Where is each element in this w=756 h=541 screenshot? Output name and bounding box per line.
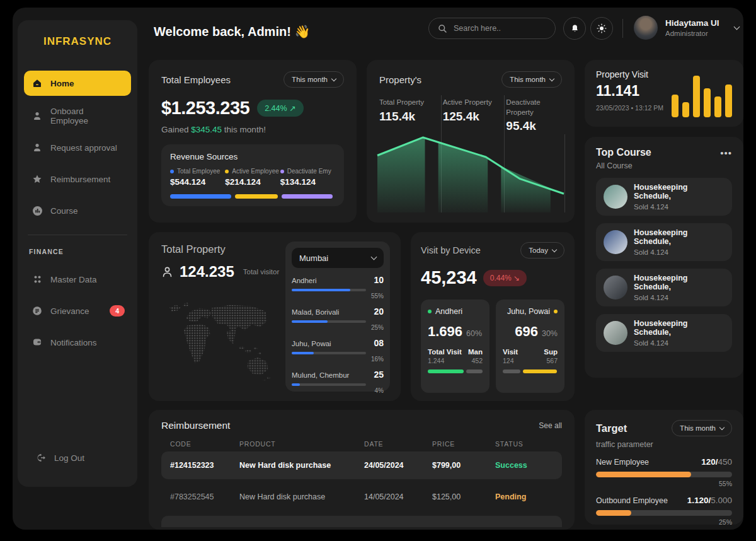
visit-total-value: 45,234 (421, 267, 477, 288)
device-stat-card: Andheri 1.69660% Total VisitMan 1.244452 (421, 300, 490, 393)
target-row: Outbound Employee 1.120/5.000 25% (596, 496, 732, 526)
search-icon (438, 24, 447, 33)
chevron-down-icon (552, 247, 557, 252)
sidebar-item-grievance[interactable]: Grievance 4 (24, 297, 131, 325)
card-title: Visit by Device (421, 245, 481, 255)
header-divider (622, 19, 623, 38)
location-bar (292, 320, 366, 323)
mini-bar (725, 84, 732, 117)
period-dropdown[interactable]: This month (501, 71, 562, 88)
notification-bell-button[interactable] (563, 17, 586, 40)
sidebar-item-logout[interactable]: Log Out (28, 444, 144, 472)
table-row[interactable]: #124152323 New Hard disk purchase 24/05/… (161, 451, 562, 479)
property-visit-card: Property Visit 11.141 23/05/2023 • 13:12… (585, 60, 743, 127)
chart-circle-icon (32, 205, 43, 216)
mini-bar (682, 102, 689, 117)
period-dropdown[interactable]: Today (520, 242, 564, 259)
locations-panel: Mumbai Andheri10 55% Malad, Borivali20 2… (285, 241, 390, 392)
logout-icon (35, 452, 47, 463)
card-title: Total Employees (161, 74, 231, 85)
property-stat: Total Property 115.4k (379, 98, 435, 133)
sidebar-item-label: Request approval (50, 143, 117, 153)
sidebar-item-label: Reimbursement (50, 175, 110, 184)
more-menu-icon[interactable]: ••• (720, 148, 732, 158)
list-item[interactable]: Housekeeping Schedule,Sold 4.124 (596, 269, 732, 306)
list-item[interactable]: Housekeeping Schedule,Sold 4.124 (596, 314, 732, 352)
course-avatar (604, 230, 627, 254)
sidebar-item-course[interactable]: Course (24, 197, 131, 224)
mini-bar (672, 95, 679, 117)
mini-bar (704, 88, 711, 117)
card-title: Reimbursement (161, 420, 230, 431)
progress-bar (596, 472, 732, 477)
sidebar-item-onboard-employee[interactable]: Onboard Employee (24, 102, 131, 130)
location-row: Mulund, Chembur25 4% (292, 369, 384, 394)
grid-dots-icon (32, 274, 43, 285)
card-title: Target (596, 422, 627, 434)
sidebar-item-request-approval[interactable]: Request approval (24, 134, 131, 161)
person-icon (32, 110, 43, 122)
user-avatar[interactable] (634, 16, 658, 40)
propertys-card: Property's This month Total Property 115… (367, 60, 575, 223)
search-bar[interactable] (428, 18, 556, 39)
location-row: Malad, Borivali20 25% (292, 306, 384, 331)
sidebar-item-label: Master Data (50, 275, 97, 284)
device-stat-card: Juhu, Powai 69630% VisitSup 124567 (496, 300, 564, 393)
mini-bar (693, 76, 700, 117)
card-title: Property's (379, 74, 421, 85)
legend-dot (280, 170, 284, 173)
revenue-source-item: Total Employee $544.124 (170, 168, 225, 187)
user-menu-chevron-icon[interactable] (734, 24, 740, 30)
mini-bar (714, 96, 721, 117)
location-bar (292, 289, 366, 291)
world-map (159, 293, 273, 388)
search-input[interactable] (452, 23, 537, 33)
top-course-list: Housekeeping Schedule,Sold 4.124 Houseke… (596, 178, 732, 352)
location-bar (292, 383, 366, 386)
list-item[interactable]: Housekeeping Schedule,Sold 4.124 (596, 223, 732, 261)
sidebar-item-label: Onboard Employee (50, 107, 123, 125)
sidebar-item-label: Grievance (50, 306, 89, 316)
total-visitor-value: 124.235 (180, 263, 234, 281)
revenue-source-item: Deactivate Emy $134.124 (280, 168, 335, 187)
device-bar (503, 369, 558, 373)
visit-by-device-card: Visit by Device Today 45,234 0.44% ↘ And… (411, 232, 575, 401)
revenue-bar-segment (235, 194, 278, 199)
card-subtitle: traffic parameter (596, 440, 732, 449)
app-logo: INFRASYNC (24, 35, 131, 48)
user-name: Hidaytama UI (665, 18, 719, 28)
sidebar-item-label: Notifications (50, 338, 97, 347)
sidebar-item-notifications[interactable]: Notifications (24, 329, 131, 356)
sidebar-item-label: Home (50, 79, 74, 88)
document-icon (32, 305, 43, 317)
location-bar (292, 352, 366, 354)
city-dropdown[interactable]: Mumbai (292, 248, 384, 268)
sidebar-item-label: Log Out (54, 453, 84, 463)
change-badge-up: 2.44% ↗ (257, 100, 303, 117)
chevron-down-icon (331, 76, 336, 81)
sun-icon (597, 23, 607, 33)
list-item[interactable]: Housekeeping Schedule,Sold 4.124 (596, 178, 732, 216)
see-all-link[interactable]: See all (539, 421, 562, 430)
revenue-sources-title: Revenue Sources (170, 152, 335, 161)
total-employees-amount: $1.253.235 (161, 98, 249, 119)
sidebar-item-master-data[interactable]: Master Data (24, 265, 131, 293)
card-title: Top Course (596, 147, 651, 158)
theme-toggle-button[interactable] (590, 17, 613, 40)
revenue-source-item: Active Employee $214.124 (225, 168, 280, 187)
target-card: Target This month traffic parameter New … (585, 410, 743, 525)
mini-bar-chart (672, 76, 732, 117)
sidebar: INFRASYNC Home Onboard Employee Request … (18, 20, 137, 487)
star-icon (32, 173, 43, 185)
revenue-bar-segment (282, 194, 333, 199)
period-dropdown[interactable]: This month (672, 420, 732, 436)
table-header: CODE PRODUCT DATE PRICE STATUS (161, 440, 562, 448)
progress-bar (596, 510, 732, 516)
legend-dot (554, 310, 558, 313)
status-badge: Success (495, 461, 553, 470)
period-dropdown[interactable]: This month (284, 71, 344, 88)
table-row[interactable]: #783252545 New Hard disk purchase 14/05/… (161, 483, 562, 511)
sidebar-item-reimbursement[interactable]: Reimbursement (24, 165, 131, 193)
sidebar-item-home[interactable]: Home (24, 71, 131, 96)
legend-dot (225, 170, 229, 173)
